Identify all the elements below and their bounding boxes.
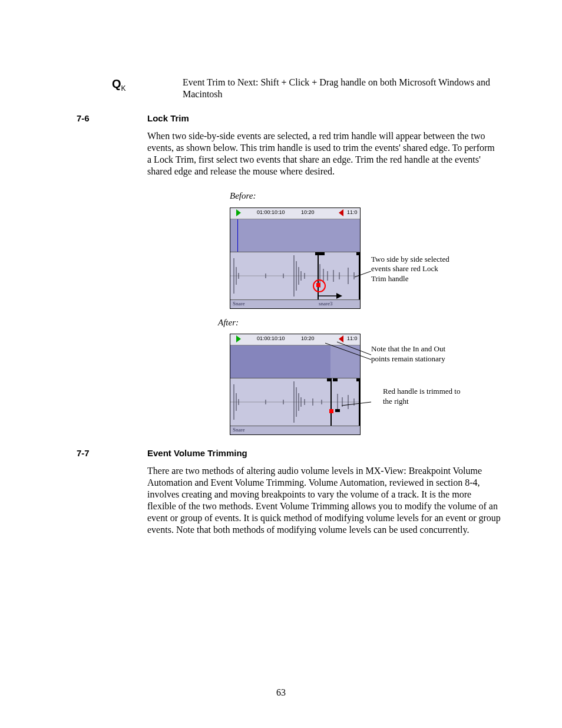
figure-before: 01:00:10:10 10:20 11:0 (230, 207, 361, 309)
qk-letter: Q (112, 77, 121, 90)
section-title: Lock Trim (147, 113, 501, 124)
qk-sub: K (121, 84, 126, 93)
lock-trim-red-handle (316, 283, 320, 287)
timeline-ruler: 01:00:10:10 10:20 11:0 (230, 334, 360, 345)
section-7-7: 7-7 Event Volume Trimming There are two … (77, 448, 515, 536)
ruler-time-3: 11:0 (347, 335, 358, 342)
clip-labels: Snare snare3 (230, 299, 360, 308)
waveform-area (230, 378, 360, 426)
timeline-ruler: 01:00:10:10 10:20 11:0 (230, 208, 360, 219)
figure-after-annotation-1: Note that the In and Out points remain s… (371, 344, 454, 364)
section-number: 7-7 (77, 448, 147, 459)
figure-label-after: After: (218, 317, 501, 328)
trim-handle-top-right (333, 378, 338, 381)
ruler-time-1: 01:00:10:10 (257, 209, 285, 216)
section-body: When two side-by-side events are selecte… (147, 130, 501, 177)
figure-before-annotation: Two side by side selected events share r… (371, 255, 454, 285)
section-title: Event Volume Trimming (147, 448, 501, 459)
clip-overview (230, 219, 360, 252)
clip-label-left: Snare (233, 301, 245, 307)
trim-handle-end-top (356, 252, 360, 255)
playhead-icon (237, 219, 238, 252)
waveform-area (230, 252, 360, 299)
ruler-time-1: 01:00:10:10 (257, 335, 285, 342)
svg-marker-19 (336, 293, 342, 299)
quickkey-text: Event Trim to Next: Shift + Click + Drag… (183, 77, 515, 100)
trim-handle-top-right (320, 252, 325, 255)
quickkey-row: QK Event Trim to Next: Shift + Click + D… (77, 77, 515, 100)
page-number: 63 (0, 687, 562, 699)
figure-after-annotation-2: Red handle is trimmed to the right (383, 387, 465, 407)
trim-handle-top-left (315, 252, 320, 255)
clip-label-right: snare3 (319, 301, 333, 307)
trim-handle-top-left (327, 378, 332, 381)
section-7-6: 7-6 Lock Trim When two side-by-side even… (77, 113, 515, 435)
lock-trim-red-handle (329, 409, 333, 413)
clip-label-left: Snare (233, 427, 245, 433)
in-marker-icon (236, 209, 241, 216)
clip-overview (230, 345, 360, 378)
section-body: There are two methods of altering audio … (147, 465, 501, 536)
figure-label-before: Before: (230, 190, 501, 202)
quickkey-icon: QK (112, 77, 126, 90)
ruler-time-3: 11:0 (347, 209, 358, 216)
section-number: 7-6 (77, 113, 147, 124)
ruler-time-2: 10:20 (301, 209, 315, 216)
clip-edge (330, 378, 332, 426)
out-marker-icon (339, 209, 343, 216)
clip-labels: Snare (230, 426, 360, 434)
trim-handle-low (335, 409, 340, 412)
ruler-time-2: 10:20 (301, 335, 315, 342)
svg-line-40 (342, 402, 371, 406)
document-page: QK Event Trim to Next: Shift + Click + D… (0, 0, 562, 728)
svg-line-20 (355, 271, 371, 277)
trim-handle-end-top (356, 378, 360, 381)
in-marker-icon (236, 335, 241, 342)
